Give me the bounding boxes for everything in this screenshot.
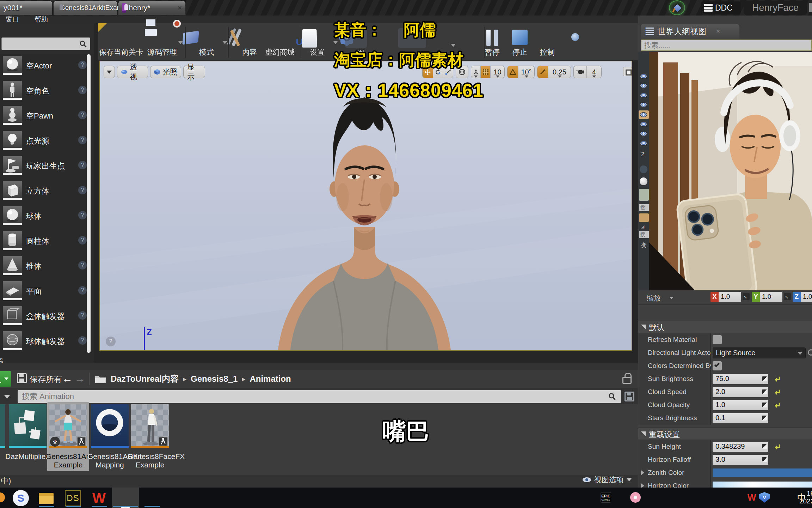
help-icon[interactable]: ? [78, 286, 87, 295]
taskbar-clock[interactable]: 16:4 2022/4 [791, 490, 812, 505]
grid-snap-value-dropdown[interactable]: 10 [490, 66, 504, 78]
section-reload-settings[interactable]: 重载设置 [638, 428, 812, 440]
search-input[interactable] [641, 40, 811, 50]
tray-wps-icon[interactable]: W [746, 492, 757, 503]
help-icon[interactable]: ? [78, 261, 87, 270]
cloud-speed-field[interactable]: 2.0 [713, 387, 768, 397]
light-actor-dropdown[interactable]: Light Source [713, 347, 806, 358]
visibility-eye-icon[interactable] [640, 122, 647, 127]
list-item-cube[interactable]: 立方体 ? [0, 181, 86, 206]
tab-world-outliner[interactable]: 世界大纲视图 × [641, 24, 739, 39]
tray-security-shield-icon[interactable]: V [759, 492, 770, 503]
stars-brightness-field[interactable]: 0.1 [713, 413, 768, 423]
close-icon[interactable]: × [178, 4, 182, 12]
checkbox-unchecked[interactable] [713, 335, 722, 344]
checkbox-checked[interactable] [713, 361, 722, 370]
rotation-snap-value-dropdown[interactable]: 10° [518, 66, 534, 78]
perspective-button[interactable]: 透视 [117, 66, 148, 78]
rotation-snap-toggle[interactable] [508, 66, 518, 78]
help-icon[interactable]: ? [78, 236, 87, 244]
visibility-eye-icon[interactable] [640, 74, 647, 79]
scrollbar[interactable] [87, 54, 91, 353]
chevron-down-icon[interactable] [669, 297, 673, 299]
help-icon[interactable]: ? [78, 136, 87, 144]
forward-arrow-icon[interactable]: → [75, 373, 85, 385]
breadcrumb-genesis8-1[interactable]: Genesis8_1 [191, 374, 238, 384]
settings-button[interactable]: 设置 [298, 25, 337, 59]
menu-window[interactable]: 窗口 [6, 15, 19, 24]
list-item-point-light[interactable]: 点光源 ? [0, 131, 86, 156]
expand-triangle-icon[interactable] [641, 483, 644, 488]
visibility-eye-icon[interactable] [640, 93, 647, 98]
value-drag-icon[interactable] [762, 416, 767, 421]
list-item-player-start[interactable]: 玩家出生点 ? [0, 156, 86, 181]
visibility-eye-icon[interactable] [640, 102, 647, 107]
view-options-button[interactable]: 视图选项 [582, 475, 632, 485]
ddc-status-button[interactable]: DDC [701, 1, 741, 14]
scale-x-drag-icon[interactable]: ↔ [743, 293, 750, 300]
chevron-down-icon[interactable] [178, 41, 183, 44]
filter-dropdown-icon[interactable] [4, 395, 10, 399]
scale-y-field[interactable]: 1.0 [760, 292, 782, 302]
taskbar-browser-icon[interactable]: S [13, 490, 29, 506]
show-button[interactable]: 显示 [183, 66, 205, 78]
reset-to-default-icon[interactable] [774, 388, 781, 395]
help-icon[interactable]: ? [78, 111, 87, 119]
close-icon[interactable]: × [716, 28, 720, 35]
visibility-eye-icon[interactable] [640, 141, 647, 146]
help-icon[interactable]: ? [78, 61, 87, 69]
content-browser-search-box[interactable] [18, 390, 621, 403]
value-drag-icon[interactable] [762, 403, 767, 407]
tab-henry[interactable]: henry* × [118, 1, 185, 15]
horizon-color-swatch[interactable] [713, 482, 812, 488]
chevron-down-icon[interactable] [222, 41, 227, 44]
list-item-sphere[interactable]: 球体 ? [0, 206, 86, 231]
save-search-icon[interactable] [625, 392, 634, 401]
place-actors-search-box[interactable] [1, 37, 90, 50]
scale-x-field[interactable]: 1.0 [719, 292, 741, 302]
save-level-button[interactable]: 保存当前关卡 [102, 25, 141, 59]
reset-to-default-icon[interactable] [774, 401, 781, 409]
viewport-options-dropdown[interactable] [104, 66, 115, 78]
visibility-eye-icon[interactable] [640, 131, 647, 136]
controls-button[interactable]: 控制 [530, 25, 565, 59]
list-item-cone[interactable]: 椎体 ? [0, 256, 86, 281]
reset-to-default-icon[interactable] [774, 443, 781, 450]
breadcrumb-daztounreal[interactable]: DazToUnreal内容 [111, 373, 179, 385]
maximize-viewport-icon[interactable] [623, 67, 632, 76]
source-control-button[interactable]: 源码管理 [143, 25, 182, 59]
zenith-color-swatch[interactable] [713, 468, 812, 477]
search-input[interactable] [2, 38, 90, 50]
outliner-search-box[interactable] [641, 40, 812, 51]
modes-button[interactable]: 模式 [187, 25, 226, 59]
visibility-eye-icon[interactable] [640, 112, 647, 117]
scale-snap-value-dropdown[interactable]: 0.25 [548, 66, 571, 78]
visibility-eye-icon[interactable] [640, 83, 647, 88]
taskbar-wps-icon[interactable]: W [91, 490, 107, 506]
value-drag-icon[interactable] [762, 444, 767, 449]
sun-brightness-field[interactable]: 75.0 [713, 374, 768, 384]
value-drag-icon[interactable] [762, 457, 767, 462]
marketplace-button[interactable]: 虚幻商城 [260, 25, 299, 59]
camera-speed-button[interactable] [574, 66, 586, 78]
list-item-plane[interactable]: 平面 ? [0, 281, 86, 306]
tray-epic-games-icon[interactable]: EPICGAMES [601, 492, 611, 503]
cloud-opacity-field[interactable]: 1.0 [713, 400, 768, 410]
scale-snap-toggle[interactable] [537, 66, 548, 78]
list-item-cylinder[interactable]: 圆柱体 ? [0, 231, 86, 256]
reset-to-default-icon[interactable] [774, 375, 781, 382]
help-icon[interactable]: ? [78, 336, 87, 345]
section-default[interactable]: 默认 [638, 321, 812, 333]
camera-speed-value-dropdown[interactable]: 4 [586, 66, 601, 78]
help-icon[interactable]: ? [78, 211, 87, 219]
source-control-status-icon[interactable] [669, 0, 685, 15]
scale-y-drag-icon[interactable]: ↔ [784, 293, 791, 300]
search-input[interactable] [18, 390, 621, 403]
list-item-sphere-trigger[interactable]: 球体触发器 ? [0, 331, 86, 356]
list-item-box-trigger[interactable]: 盒体触发器 ? [0, 306, 86, 331]
tab-genesis81arkitexample[interactable]: Genesis81ArkitExample* × [54, 1, 117, 15]
expand-triangle-icon[interactable] [641, 470, 644, 475]
taskbar-app-partial-icon[interactable] [0, 492, 5, 502]
back-arrow-icon[interactable]: ← [62, 373, 73, 385]
taskbar-file-explorer-icon[interactable] [38, 490, 54, 506]
